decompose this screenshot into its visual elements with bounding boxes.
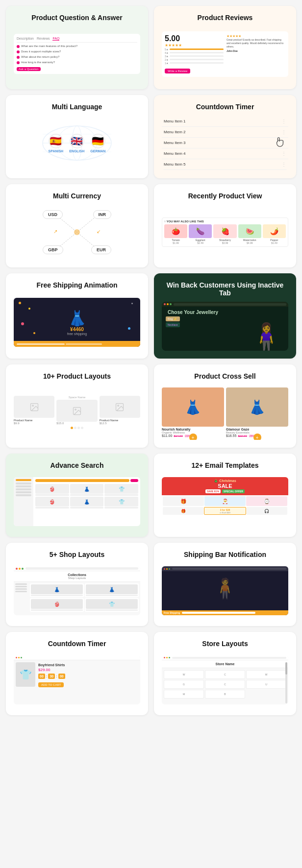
shop-category-label: Collections [16,573,138,577]
card-layouts-title: 10+ Product Layouts [43,372,111,380]
shop-product-card-1: 👗 [30,583,84,597]
search-product-5: 👗 [70,497,104,506]
menu-item-5: Menu Item 5 ⋮ [162,159,288,170]
svg-line-9 [77,232,94,246]
card-winback-title: Win Back Customers Using Inactive Tab [162,281,288,297]
card-multilang-title: Multi Language [52,103,102,111]
card-shipbarnotif: Shipping Bar Notification 🧍 Free Shippin… [154,543,296,626]
recent-product-1: 🍅 Tomato $1.99 [164,224,187,244]
ct2-product-name: Boyfriend Shirts [38,663,137,667]
store-scrollbar[interactable] [285,662,287,703]
layouts-inner: Product Name $9.9 Space Name $15.0 [14,396,140,425]
svg-line-7 [77,218,94,232]
shipbar-progress-bar [182,612,255,614]
card-shoplayouts-preview: Collections Shop Layouts 👗 [14,563,140,618]
qa-ask-button[interactable]: Ask a Question [17,67,41,71]
crosssell-img-2: 👗 [226,387,288,427]
write-review-button[interactable]: Write a Review [165,69,190,73]
qa-tab-faq[interactable]: FAQ [52,37,59,41]
qa-tab-desc[interactable]: Description [17,37,34,41]
qa-tab-reviews[interactable]: Reviews [37,37,50,41]
card-currency: Multi Currency USD INR GBP EUR [6,184,148,267]
card-currency-preview: USD INR GBP EUR ↗ ↙ [14,205,140,260]
layout-product-3: Product Name $12.5 [100,396,140,425]
recent-img-1: 🍅 [164,224,187,238]
layout-product-2: Space Name $15.0 [56,396,97,425]
card-layouts-preview: Product Name $9.9 Space Name $15.0 [14,385,140,440]
svg-point-12 [32,405,33,406]
search-product-4: 👙 [35,497,69,506]
layout-img-1 [14,396,54,418]
qa-row-2: Does it support multiple sizes? [17,50,137,54]
layout-product-1: Product Name $9.9 [14,396,54,425]
menu-item-2: Menu Item 2 ⋮ [162,127,288,138]
card-advancesearch-preview: 👙 👗 👕 👙 [14,474,140,529]
search-bar-input[interactable] [35,479,129,482]
crosssell-add-btn-1[interactable]: + [189,434,197,440]
store-grid-b1: B [205,690,245,699]
ct2-add-to-cart-button[interactable]: ADD TO CART [38,682,64,687]
card-countdowntimer2: Countdown Timer 👕 Boyfriend Shirts $29.0… [6,632,148,715]
card-winback-preview: Chose Your Jewellery 🧍‍♀️ Ring ✨ Necklac… [162,302,288,351]
qa-tabs: Description Reviews FAQ [17,37,137,43]
search-preview: 👙 👗 👕 👙 [14,477,140,526]
card-recentview-preview: ↑ YOU MAY ALSO LIKE THIS 🍅 Tomato $1.99 … [162,205,288,260]
card-countdown-title: Countdown Timer [196,103,254,111]
email-top: 🎄 Christmas SALE SAVE 61% SPECIAL OFFER [162,477,288,495]
winback-store-text: Chose Your Jewellery [168,310,218,315]
crosssell-img-1: 👗 [162,387,224,427]
search-product-1: 👙 [35,484,69,494]
svg-point-10 [74,229,80,235]
rev-name: John Doe [226,49,285,52]
ct2-product-info: Boyfriend Shirts $29.00 00 : 30 : 00 ADD… [37,662,138,689]
email-special-badge: SPECIAL OFFER [222,489,245,493]
email-product-5: 3 for $38 or Each $49 [204,507,246,515]
recent-product-5: 🌶️ Pepper $1.49 [263,224,286,244]
card-countdown-preview: Menu Item 1 ⋮ Menu Item 2 ⋮ Menu Item 3 … [162,116,288,170]
card-advancesearch-title: Advance Search [50,461,104,469]
anim-dot-6 [128,327,130,330]
card-reviews-title: Product Reviews [198,14,253,22]
qa-dot-1 [17,45,20,48]
card-shipbarnotif-title: Shipping Bar Notification [184,551,266,558]
layout-img-2 [56,400,97,422]
card-winback: Win Back Customers Using Inactive Tab Ch… [154,273,296,359]
search-products-grid: 👙 👗 👕 👙 [35,484,138,508]
layout-img-3 [100,396,140,418]
shop-filter-col [14,582,28,613]
shop-products-grid: 👗 👗 👙 👕 [28,582,140,613]
ct2-product-img-container: 👕 [16,662,35,689]
card-emailtemplates-preview: 🎄 Christmas SALE SAVE 61% SPECIAL OFFER … [162,474,288,529]
flag-spanish: 🇪🇸 SPANISH [49,134,64,153]
card-emailtemplates-title: 12+ Email Templates [191,461,258,469]
store-store-label: Store Name [164,662,286,666]
card-shoplayouts-title: 5+ Shop Layouts [50,551,104,558]
card-shoplayouts: 5+ Shop Layouts Collections Shop Layouts [6,543,148,626]
search-main: 👙 👗 👕 👙 [33,477,140,526]
recent-product-3: 🍓 Strawberry $3.99 [213,224,236,244]
flag-english-label: ENGLISH [69,149,84,153]
store-preview: Store Name W C W G C U M B [162,655,288,704]
card-multilang-preview: 🇪🇸 SPANISH 🇬🇧 ENGLISH 🇩🇪 GERMAN [14,116,140,170]
recent-section-title: ↑ YOU MAY ALSO LIKE THIS [164,220,286,223]
card-storelayouts: Store Layouts Store Name W C [154,632,296,715]
recent-inner: ↑ YOU MAY ALSO LIKE THIS 🍅 Tomato $1.99 … [162,217,288,247]
shop-preview: Collections Shop Layouts 👗 [14,566,140,615]
shipbar-browser-chrome [162,566,288,571]
lang-flags: 🇪🇸 SPANISH 🇬🇧 ENGLISH 🇩🇪 GERMAN [49,134,106,153]
crosssell-add-btn-2[interactable]: + [253,434,261,440]
shop-product-card-2: 👗 [85,583,139,597]
qa-row-4: How long is the warranty? [17,61,137,65]
shipbar-footer: Free Shipping [162,610,288,615]
qa-text-3: What about the return policy? [21,55,59,59]
qa-row-3: What about the return policy? [17,55,137,59]
countdown-inner: Menu Item 1 ⋮ Menu Item 2 ⋮ Menu Item 3 … [162,116,288,170]
svg-line-6 [60,218,77,232]
winback-model-icon: 🧍‍♀️ [250,324,283,351]
store-browser-chrome [162,655,288,660]
email-sale-label: SALE [164,483,286,489]
svg-line-8 [60,232,77,246]
anim-dot-4 [33,332,35,334]
email-product-1: 🎁 [163,496,204,506]
main-grid: Product Question & Answer Description Re… [0,0,302,721]
